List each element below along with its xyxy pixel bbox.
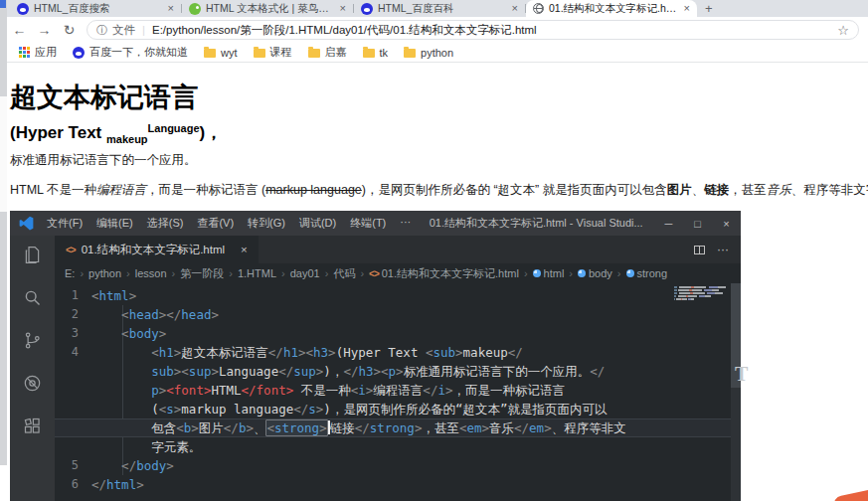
code-line[interactable]: p><font>HTML</font> 不是一种<i>编程语言</i>，而是一种… — [55, 381, 741, 400]
breadcrumb-item[interactable]: day01 — [290, 267, 320, 279]
breadcrumb-item[interactable]: body — [578, 267, 612, 279]
editor-scrollbar[interactable] — [731, 283, 741, 501]
tab-close-icon[interactable]: × — [241, 244, 248, 255]
more-actions-icon[interactable]: ··· — [717, 243, 729, 256]
menu-item[interactable]: 文件(F) — [40, 216, 89, 231]
breadcrumb-item[interactable]: 第一阶段 — [180, 266, 224, 281]
code-token: sub — [151, 364, 174, 379]
code-token: body — [136, 458, 166, 473]
info-icon[interactable]: ⓘ — [96, 23, 107, 38]
breadcrumb-item[interactable]: python — [88, 267, 121, 279]
code-line[interactable]: 包含<b>图片</b>、<strong>链接</strong>，甚至<em>音乐… — [55, 418, 741, 437]
source-control-icon[interactable] — [22, 330, 43, 351]
code-line[interactable]: 2 <head></head> — [55, 305, 741, 324]
forward-icon[interactable]: → — [32, 22, 57, 38]
code-token: 字元素。 — [151, 439, 201, 454]
code-line[interactable]: 字元素。 — [55, 437, 741, 456]
tab-close-icon[interactable]: × — [340, 3, 346, 14]
address-bar[interactable]: ⓘ 文件 | E:/python/lesson/第一阶段/1.HTML/day0… — [87, 20, 859, 40]
browser-tab[interactable]: HTML 文本格式化 | 菜鸟教程× — [182, 0, 353, 17]
code-line[interactable]: 1<html> — [55, 286, 741, 305]
vscode-tab-bar: <> 01.结构和文本文字标记.html × ··· — [55, 236, 741, 263]
menu-item[interactable]: 编辑(E) — [89, 216, 140, 231]
code-token: < — [121, 307, 129, 322]
code-token: </ — [278, 364, 293, 379]
tab-title: HTML 文本格式化 | 菜鸟教程 — [206, 2, 335, 16]
baidu-favicon-icon — [17, 3, 29, 15]
bookmark-item[interactable]: 课程 — [254, 45, 292, 60]
debug-disabled-icon[interactable] — [22, 373, 43, 394]
explorer-icon[interactable] — [22, 245, 43, 265]
breadcrumb-item[interactable]: lesson — [135, 267, 167, 279]
code-token: > — [396, 364, 404, 379]
menu-item[interactable]: 调试(D) — [292, 216, 343, 231]
vscode-titlebar: 文件(F)编辑(E)选择(S)查看(V)转到(G)调试(D)终端(T)··· 0… — [10, 211, 741, 236]
url-text[interactable]: E:/python/lesson/第一阶段/1.HTML/day01/代码/01… — [152, 23, 837, 38]
bookmark-item[interactable]: python — [404, 47, 453, 59]
code-token: < — [176, 420, 184, 435]
code-text: (<s>markup language</s>)，是网页制作所必备的“超文本”就… — [91, 400, 607, 418]
reload-icon[interactable]: ↻ — [57, 22, 82, 38]
vscode-editor-tab[interactable]: <> 01.结构和文本文字标记.html × — [55, 236, 259, 263]
code-token: < — [151, 345, 159, 360]
window-corner — [0, 0, 6, 8]
code-token — [91, 345, 151, 360]
code-token: </ — [343, 364, 358, 379]
close-icon[interactable]: × — [712, 218, 741, 230]
minimize-icon[interactable]: ─ — [654, 218, 683, 230]
code-line[interactable]: (<s>markup language</s>)，是网页制作所必备的“超文本”就… — [55, 400, 741, 418]
edge-segment — [0, 465, 7, 501]
browser-tab[interactable]: HTML_百度搜索× — [10, 0, 181, 17]
menu-item[interactable]: ··· — [393, 216, 418, 231]
code-editor[interactable]: 1<html>2 <head></head>3 <body>4 <h1>超文本标… — [55, 283, 741, 501]
code-token: > — [319, 420, 327, 435]
minimap[interactable] — [674, 286, 730, 302]
back-icon[interactable]: ← — [7, 22, 32, 38]
paragraph-2: HTML 不是一种编程语言，而是一种标记语言 (markup language)… — [10, 182, 868, 199]
breadcrumb-item[interactable]: strong — [626, 267, 668, 279]
folder-icon — [404, 49, 416, 58]
code-token: > — [129, 288, 137, 303]
search-icon[interactable] — [22, 287, 43, 308]
code-line[interactable]: sub><sup>Language</sup>)，</h3><p>标准通用标记语… — [55, 362, 741, 381]
split-editor-icon[interactable] — [694, 246, 705, 254]
menu-item[interactable]: 选择(S) — [140, 216, 191, 231]
browser-tab[interactable]: 01.结构和文本文字标记.html× — [526, 0, 697, 17]
code-line[interactable]: 6</html> — [55, 475, 741, 494]
tab-close-icon[interactable]: × — [684, 3, 690, 14]
bookmark-item[interactable]: 百度一下，你就知道 — [73, 45, 188, 60]
line-number: 6 — [55, 475, 91, 494]
code-token: (Hyper Text — [336, 345, 426, 360]
extensions-icon[interactable] — [22, 416, 43, 436]
breadcrumb-item[interactable]: <>01.结构和文本文字标记.html — [369, 266, 519, 281]
maximize-icon[interactable]: □ — [683, 218, 712, 230]
menu-item[interactable]: 转到(G) — [241, 216, 292, 231]
text-run: HTML 不是一种 — [10, 183, 96, 197]
tab-close-icon[interactable]: × — [168, 3, 174, 14]
code-token: ，甚至 — [422, 420, 459, 435]
bookmark-star-icon[interactable]: ☆ — [837, 23, 849, 38]
menu-item[interactable]: 终端(T) — [343, 216, 393, 231]
code-token: </ — [268, 345, 283, 360]
code-line[interactable]: 4 <h1>超文本标记语言</h1><h3>(Hyper Text <sub>m… — [55, 343, 741, 362]
breadcrumb-item[interactable]: 1.HTML — [238, 267, 276, 279]
line-number — [55, 400, 91, 418]
breadcrumb-item[interactable]: html — [533, 267, 565, 279]
menu-item[interactable]: 查看(V) — [190, 216, 241, 231]
bookmark-item[interactable]: 启嘉 — [308, 45, 347, 60]
code-line[interactable]: 5 </body> — [55, 456, 741, 475]
breadcrumb-item[interactable]: 代码 — [333, 266, 355, 281]
tab-close-icon[interactable]: × — [512, 3, 518, 14]
background-window-edge — [0, 0, 7, 501]
code-token: > — [544, 420, 552, 435]
code-token: h3 — [313, 345, 328, 360]
bookmark-item[interactable]: tk — [363, 47, 389, 59]
new-tab-button[interactable]: + — [705, 1, 713, 16]
breadcrumb-label: lesson — [135, 267, 167, 279]
bookmark-item[interactable]: 应用 — [19, 45, 57, 60]
code-token: < — [266, 420, 274, 435]
breadcrumb-item[interactable]: E: — [65, 267, 75, 279]
browser-tab[interactable]: HTML_百度百科× — [354, 0, 525, 17]
bookmark-item[interactable]: wyt — [204, 47, 238, 59]
code-line[interactable]: 3 <body> — [55, 324, 741, 343]
